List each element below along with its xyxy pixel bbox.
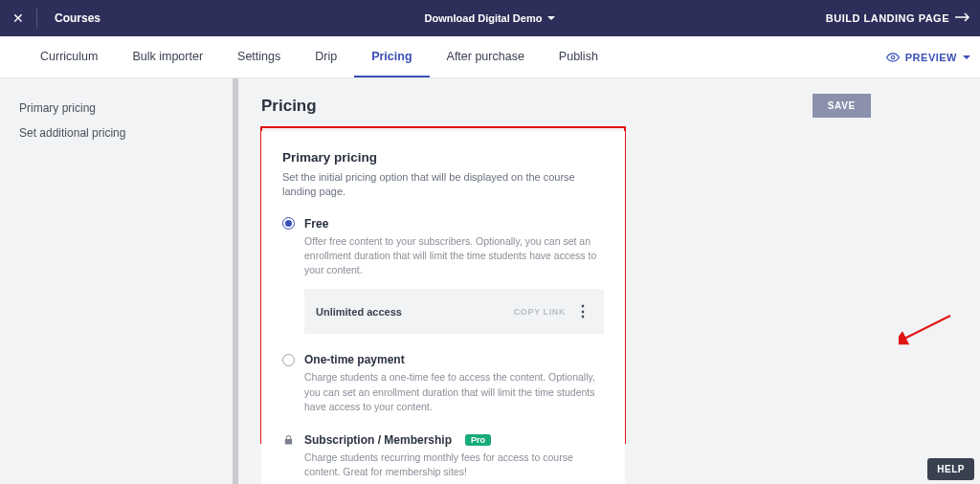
radio-selected-icon[interactable] bbox=[282, 217, 295, 230]
breadcrumb[interactable]: Courses bbox=[37, 11, 100, 25]
card-heading: Primary pricing bbox=[282, 150, 604, 165]
svg-line-2 bbox=[904, 316, 950, 339]
page-title: Pricing bbox=[261, 97, 317, 116]
preview-button[interactable]: PREVIEW bbox=[886, 36, 970, 77]
option-free[interactable]: Free Offer free content to your subscrib… bbox=[282, 217, 604, 335]
radio-icon[interactable] bbox=[282, 354, 295, 366]
build-landing-label: BUILD LANDING PAGE bbox=[826, 12, 949, 24]
sidebar-item-additional-pricing[interactable]: Set additional pricing bbox=[19, 121, 219, 145]
build-landing-page-button[interactable]: BUILD LANDING PAGE bbox=[826, 12, 980, 24]
tab-pricing[interactable]: Pricing bbox=[354, 36, 429, 77]
tab-curriculum[interactable]: Curriculum bbox=[23, 36, 115, 77]
chevron-down-icon bbox=[547, 16, 555, 20]
tab-publish[interactable]: Publish bbox=[542, 36, 615, 77]
tab-drip[interactable]: Drip bbox=[298, 36, 354, 77]
pro-badge: Pro bbox=[465, 434, 491, 446]
content-area: Pricing SAVE Primary pricing Set the ini… bbox=[238, 78, 980, 484]
save-button[interactable]: SAVE bbox=[813, 94, 871, 118]
arrow-right-icon bbox=[955, 12, 970, 24]
option-one-time[interactable]: One-time payment Charge students a one-t… bbox=[282, 353, 604, 414]
option-one-time-desc: Charge students a one-time fee to access… bbox=[282, 370, 604, 414]
svg-point-0 bbox=[891, 55, 895, 59]
tab-bulk-importer[interactable]: Bulk importer bbox=[115, 36, 220, 77]
kebab-icon[interactable]: ⋮ bbox=[573, 302, 592, 320]
tab-after-purchase[interactable]: After purchase bbox=[430, 36, 542, 77]
card-subtitle: Set the initial pricing option that will… bbox=[282, 170, 604, 200]
eye-icon bbox=[886, 51, 900, 64]
option-one-time-title: One-time payment bbox=[304, 353, 405, 366]
tab-strip: Curriculum Bulk importer Settings Drip P… bbox=[0, 36, 980, 78]
access-row: Unlimited access COPY LINK ⋮ bbox=[304, 289, 604, 334]
access-label: Unlimited access bbox=[316, 306, 506, 318]
top-bar: ✕ Courses Download Digital Demo BUILD LA… bbox=[0, 0, 980, 36]
annotation-arrow bbox=[899, 314, 956, 352]
sidebar-item-primary-pricing[interactable]: Primary pricing bbox=[19, 96, 219, 121]
option-subscription[interactable]: Subscription / Membership Pro Charge stu… bbox=[282, 433, 604, 479]
lock-icon bbox=[282, 434, 295, 447]
chevron-down-icon bbox=[963, 55, 970, 59]
copy-link-button[interactable]: COPY LINK bbox=[514, 307, 566, 317]
course-dropdown[interactable]: Download Digital Demo bbox=[425, 12, 556, 24]
primary-pricing-card: Primary pricing Set the initial pricing … bbox=[261, 131, 625, 484]
help-button[interactable]: HELP bbox=[927, 458, 974, 480]
preview-label: PREVIEW bbox=[905, 52, 957, 63]
option-free-title: Free bbox=[304, 217, 328, 231]
course-name: Download Digital Demo bbox=[425, 12, 543, 24]
sidebar: Primary pricing Set additional pricing bbox=[0, 78, 238, 484]
option-subscription-desc: Charge students recurring monthly fees f… bbox=[282, 451, 604, 479]
option-subscription-title: Subscription / Membership bbox=[304, 433, 452, 447]
option-free-desc: Offer free content to your subscribers. … bbox=[282, 234, 604, 278]
close-icon[interactable]: ✕ bbox=[0, 11, 36, 26]
tab-settings[interactable]: Settings bbox=[220, 36, 298, 77]
